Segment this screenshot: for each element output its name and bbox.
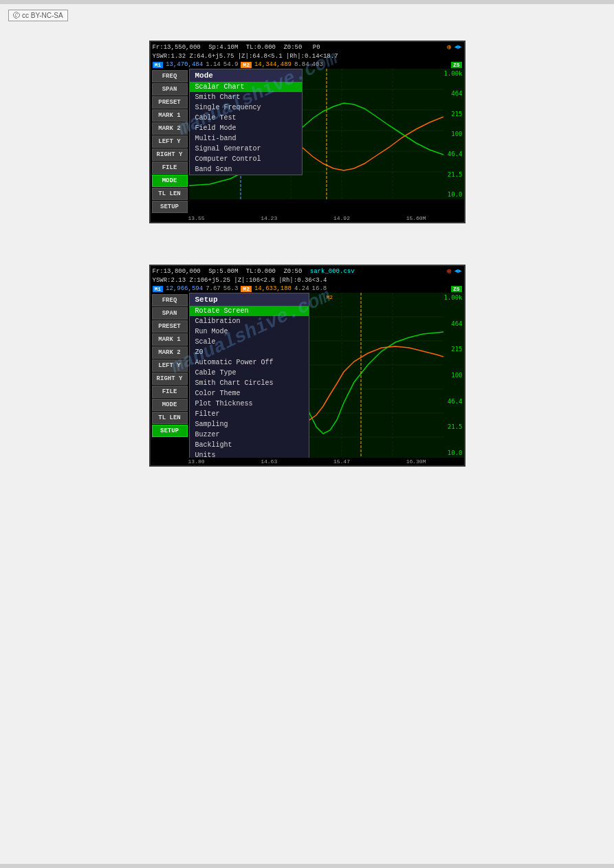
yswr-bar-2: YSWR:2.13 Z:106+j5.25 |Z|:106<2.8 |Rh|:0…	[151, 276, 464, 285]
status-icons-1: ⊕ ◄►	[447, 43, 461, 52]
chart-area-1: USWR M1 M2	[189, 69, 464, 199]
btn-setup-2[interactable]: SETUP	[152, 425, 188, 437]
dropdown-item-cabletype[interactable]: Cable Type	[190, 368, 309, 378]
dropdown-item-autopoweroff[interactable]: Automatic Power Off	[190, 357, 309, 368]
yswr-bar-1: YSWR:1.32 Z:64.6+j5.75 |Z|:64.8<5.1 |Rh|…	[151, 52, 464, 60]
btn-mark2-2[interactable]: MARK 2	[152, 346, 188, 359]
dropdown-title-2: Setup	[190, 293, 309, 306]
marker-bar-2: M1 12,966,594 7.67 56.3 M2 14,633,188 4.…	[151, 285, 464, 293]
bottom-labels-1: 13.55 14.23 14.92 15.60M	[151, 214, 464, 222]
dropdown-item-filter[interactable]: Filter	[190, 409, 309, 419]
btn-span-2[interactable]: SPAN	[152, 307, 188, 320]
m2-badge-1: M2	[241, 62, 252, 68]
bottom-divider	[0, 864, 614, 868]
status-icons-2: ⊗ ◄►	[447, 267, 461, 276]
m2-v2-2: 16.8	[312, 285, 327, 292]
zs-badge-2: ZS	[451, 286, 462, 292]
dropdown-item-fieldmode[interactable]: Field Mode	[190, 123, 302, 133]
filename-2: sark_000.csv	[310, 268, 355, 275]
m1-v2-2: 56.3	[223, 285, 239, 292]
btn-tllen-2[interactable]: TL LEN	[152, 412, 188, 424]
btn-freq-1[interactable]: FREQ	[152, 70, 188, 82]
dropdown-item-scalar[interactable]: Scalar Chart	[190, 82, 302, 92]
btn-preset-1[interactable]: PRESET	[152, 96, 188, 109]
dropdown-item-singlefreq[interactable]: Single Frequency	[190, 102, 302, 113]
cc-icon: 🄫	[13, 12, 20, 19]
btn-mark2-1[interactable]: MARK 2	[152, 122, 188, 135]
btn-mode-1[interactable]: MODE	[152, 175, 188, 187]
status-bar-1: Fr:13,550,000 Sp:4.10M TL:0.000 Z0:50 P0…	[151, 42, 464, 52]
sidebar-buttons-2: FREQ SPAN PRESET MARK 1 MARK 2 LEFT Y RI…	[151, 293, 189, 458]
dropdown-item-runmode[interactable]: Run Mode	[190, 326, 309, 337]
analyzer-screen-2: Fr:13,800,000 Sp:5.00M TL:0.000 Z0:50 sa…	[149, 265, 465, 467]
freq-1: Fr:13,550,000	[153, 44, 201, 51]
m1-v2-1: 54.9	[223, 61, 239, 68]
m1-v1-1: 1.14	[206, 61, 221, 68]
analyzer-screen-1: Fr:13,550,000 Sp:4.10M TL:0.000 Z0:50 P0…	[149, 41, 465, 223]
dropdown-item-colortheme[interactable]: Color Theme	[190, 388, 309, 399]
dropdown-item-backlight[interactable]: Backlight	[190, 440, 309, 450]
dropdown-item-sampling[interactable]: Sampling	[190, 419, 309, 430]
status-left-1: Fr:13,550,000 Sp:4.10M TL:0.000 Z0:50 P0	[153, 44, 320, 51]
screen-body-1: FREQ SPAN PRESET MARK 1 MARK 2 LEFT Y RI…	[151, 69, 464, 214]
dropdown-title-1: Mode	[190, 69, 302, 82]
btn-lefty-2[interactable]: LEFT Y	[152, 359, 188, 372]
license-bar: 🄫 cc BY-NC-SA	[0, 4, 614, 27]
btn-preset-2[interactable]: PRESET	[152, 320, 188, 333]
screen-body-2: FREQ SPAN PRESET MARK 1 MARK 2 LEFT Y RI…	[151, 293, 464, 458]
bottom-labels-2: 13.80 14.63 15.47 16.30M	[151, 458, 464, 465]
btn-lefty-1[interactable]: LEFT Y	[152, 135, 188, 148]
yswr-text-2: YSWR:2.13 Z:106+j5.25 |Z|:106<2.8 |Rh|:0…	[153, 277, 327, 284]
license-text: cc BY-NC-SA	[22, 12, 63, 19]
btn-mark1-2[interactable]: MARK 1	[152, 333, 188, 346]
dropdown-item-multiband[interactable]: Multi-band	[190, 133, 302, 144]
dropdown-item-bandscan[interactable]: Band Scan	[190, 164, 302, 175]
btn-setup-1[interactable]: SETUP	[152, 201, 188, 213]
btn-span-1[interactable]: SPAN	[152, 83, 188, 96]
wifi-icon: ⊕	[447, 43, 452, 52]
status-bar-2: Fr:13,800,000 Sp:5.00M TL:0.000 Z0:50 sa…	[151, 266, 464, 276]
m1-freq-2: 12,966,594	[166, 285, 203, 292]
btn-righty-1[interactable]: RIGHT Y	[152, 148, 188, 161]
dropdown-item-smithcircles[interactable]: Smith Chart Circles	[190, 378, 309, 388]
m2-v-1: 8.84	[294, 61, 309, 68]
dropdown-item-units[interactable]: Units	[190, 450, 309, 458]
dropdown-item-siggen[interactable]: Signal Generator	[190, 144, 302, 154]
dropdown-item-buzzer[interactable]: Buzzer	[190, 430, 309, 440]
m1-v1-2: 7.67	[206, 285, 221, 292]
btn-freq-2[interactable]: FREQ	[152, 294, 188, 307]
dropdown-item-scale[interactable]: Scale	[190, 337, 309, 347]
record-icon: ⊗	[447, 267, 452, 276]
dropdown-overlay-2: Setup Rotate Screen Calibration Run Mode…	[189, 293, 464, 458]
dropdown-item-smith[interactable]: Smith Chart	[190, 92, 302, 102]
m2-freq-2: 14,633,188	[254, 285, 292, 292]
tl-2: TL:0.000	[246, 268, 276, 275]
m1-badge-2: M1	[153, 286, 164, 292]
sp-2: Sp:5.00M	[208, 268, 238, 275]
btn-file-1[interactable]: FILE	[152, 162, 188, 174]
dropdown-item-plotthickness[interactable]: Plot Thickness	[190, 399, 309, 409]
btn-tllen-1[interactable]: TL LEN	[152, 188, 188, 200]
m1-badge-1: M1	[153, 62, 164, 68]
zs-badge-1: ZS	[451, 62, 462, 68]
dropdown-item-rotate[interactable]: Rotate Screen	[190, 306, 309, 316]
dropdown-item-cabletest[interactable]: Cable Test	[190, 113, 302, 123]
dropdown-item-calibration[interactable]: Calibration	[190, 316, 309, 326]
btn-righty-2[interactable]: RIGHT Y	[152, 372, 188, 385]
arrow-icon: ◄►	[454, 44, 462, 51]
btn-mark1-1[interactable]: MARK 1	[152, 109, 188, 122]
setup-dropdown: Setup Rotate Screen Calibration Run Mode…	[189, 293, 309, 458]
dropdown-item-computer[interactable]: Computer Control	[190, 154, 302, 164]
btn-mode-2[interactable]: MODE	[152, 399, 188, 411]
chart-area-2: M2 1.00k 464 215 100 46.4 21.5 10.0 Setu…	[189, 293, 464, 458]
arrow-icon-2: ◄►	[454, 268, 462, 275]
yswr-text-1: YSWR:1.32 Z:64.6+j5.75 |Z|:64.8<5.1 |Rh|…	[153, 53, 338, 60]
dropdown-item-z0[interactable]: Z0	[190, 347, 309, 357]
m1-freq-1: 13,470,484	[166, 61, 203, 68]
mode-dropdown: Mode Scalar Chart Smith Chart Single Fre…	[189, 69, 303, 175]
license-badge: 🄫 cc BY-NC-SA	[8, 10, 68, 21]
tl-1: TL:0.000	[246, 44, 276, 51]
marker-bar-1: M1 13,470,484 1.14 54.9 M2 14,344,489 8.…	[151, 60, 464, 69]
btn-file-2[interactable]: FILE	[152, 386, 188, 398]
m2-v-2: 4.24	[294, 285, 309, 292]
